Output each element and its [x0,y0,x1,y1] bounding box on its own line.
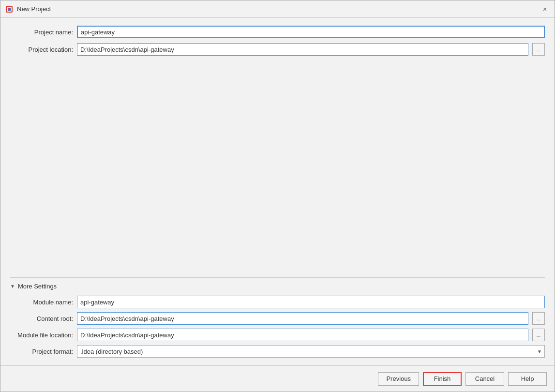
module-file-location-input[interactable] [77,329,528,341]
cancel-button[interactable]: Cancel [465,372,504,386]
svg-rect-3 [8,8,10,10]
dialog-content: Project name: Project location: ... ▼ Mo… [0,18,555,365]
content-root-label: Content root: [10,315,73,322]
project-format-select[interactable]: .idea (directory based)Eclipse (.classpa… [77,345,545,358]
more-settings-fields: Module name: Content root: ... Module fi… [10,296,545,358]
project-format-label: Project format: [10,348,73,355]
project-location-browse-button[interactable]: ... [532,43,545,56]
close-button[interactable]: × [540,4,550,14]
app-icon [5,5,13,13]
project-format-select-wrapper: .idea (directory based)Eclipse (.classpa… [77,345,545,358]
cancel-label: Cancel [475,375,495,382]
module-file-location-row: Module file location: ... [10,329,545,341]
project-format-row: Project format: .idea (directory based)E… [10,345,545,358]
project-name-input[interactable] [77,26,545,38]
collapse-icon: ▼ [10,284,15,289]
project-location-label: Project location: [10,46,73,53]
previous-label: Previous [386,375,411,382]
project-name-row: Project name: [10,26,545,38]
project-location-input[interactable] [77,43,528,56]
finish-label: Finish [434,375,451,382]
project-name-label: Project name: [10,29,73,36]
module-name-label: Module name: [10,299,73,306]
dialog-title: New Project [17,5,51,13]
content-root-browse-button[interactable]: ... [532,312,545,325]
module-file-location-browse-button[interactable]: ... [532,329,545,341]
more-settings-label: More Settings [18,283,57,290]
content-root-row: Content root: ... [10,312,545,325]
project-location-row: Project location: ... [10,43,545,56]
more-settings-header[interactable]: ▼ More Settings [10,283,545,290]
title-bar: New Project × [0,0,555,18]
content-root-input[interactable] [77,312,528,325]
content-spacer [10,60,545,272]
dialog-footer: Previous Finish Cancel Help [0,365,555,392]
module-file-location-label: Module file location: [10,332,73,339]
help-label: Help [521,375,534,382]
more-settings-section: ▼ More Settings Module name: Content roo… [10,277,545,358]
help-button[interactable]: Help [508,372,547,386]
previous-button[interactable]: Previous [378,372,419,386]
module-name-row: Module name: [10,296,545,308]
module-name-input[interactable] [77,296,545,308]
finish-button[interactable]: Finish [423,372,462,386]
